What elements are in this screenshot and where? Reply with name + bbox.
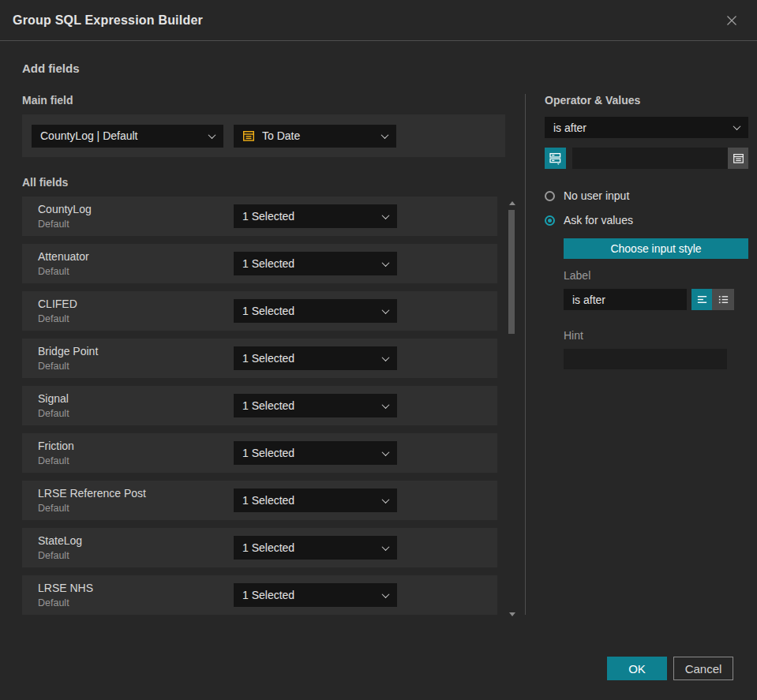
ask-for-values-option[interactable]: Ask for values (545, 214, 748, 226)
field-row-text: Bridge Point Default (38, 345, 98, 372)
field-row[interactable]: Friction Default 1 Selected (22, 433, 497, 473)
field-selection-select[interactable]: 1 Selected (234, 252, 397, 275)
operator-values-panel: Operator & Values is after (525, 94, 748, 615)
operator-values-heading: Operator & Values (545, 94, 748, 107)
single-value-style-button[interactable] (691, 289, 712, 310)
value-input-row (545, 148, 748, 169)
ask-for-values-details: Choose input style Label (564, 238, 748, 369)
field-row[interactable]: Bridge Point Default 1 Selected (22, 339, 497, 378)
date-picker-button[interactable] (728, 148, 748, 169)
field-subtitle: Default (38, 408, 69, 419)
operator-select[interactable]: is after (545, 117, 748, 138)
hint-heading: Hint (564, 329, 748, 342)
stacked-values-button[interactable] (545, 148, 566, 169)
chevron-down-icon (382, 496, 390, 503)
field-row[interactable]: LRSE NHS Default 1 Selected (22, 575, 497, 615)
field-selection-select[interactable]: 1 Selected (234, 299, 397, 323)
dialog-title: Group SQL Expression Builder (13, 13, 203, 28)
close-button[interactable] (722, 11, 741, 30)
field-selection-select[interactable]: 1 Selected (234, 583, 397, 607)
value-input[interactable] (572, 148, 728, 169)
field-row[interactable]: Attenuator Default 1 Selected (22, 244, 497, 283)
main-field-heading: Main field (22, 94, 525, 107)
chevron-down-icon (381, 131, 389, 139)
chevron-down-icon (733, 122, 741, 130)
dialog-body: Add fields Main field CountyLog | Defaul… (0, 41, 757, 615)
align-left-icon (696, 294, 708, 305)
chevron-down-icon (382, 354, 390, 361)
field-row-text: CLIFED Default (38, 298, 77, 324)
field-selection-select[interactable]: 1 Selected (234, 441, 397, 465)
radio-selected-icon[interactable] (545, 215, 555, 226)
field-row-text: Signal Default (38, 392, 69, 419)
operator-select-value: is after (553, 122, 728, 134)
field-selection-select[interactable]: 1 Selected (234, 394, 397, 417)
field-row[interactable]: StateLog Default 1 Selected (22, 528, 497, 567)
field-name: Attenuator (38, 250, 89, 263)
choose-input-style-button[interactable]: Choose input style (564, 238, 748, 259)
field-subtitle: Default (38, 597, 93, 608)
stacked-values-icon (549, 152, 562, 165)
calendar-icon (733, 152, 744, 164)
field-selection-select[interactable]: 1 Selected (234, 346, 397, 370)
chevron-down-icon (208, 131, 216, 139)
field-subtitle: Default (38, 313, 77, 324)
no-user-input-option[interactable]: No user input (545, 189, 748, 202)
chevron-down-icon (382, 448, 390, 456)
fields-column: Main field CountyLog | Default (22, 94, 525, 615)
field-name: Signal (38, 392, 69, 405)
chevron-down-icon (382, 259, 390, 267)
chevron-down-icon (382, 306, 390, 314)
field-row[interactable]: CLIFED Default 1 Selected (22, 291, 497, 331)
scrollbar-up-arrow-icon[interactable] (509, 201, 515, 205)
calendar-icon (242, 129, 255, 142)
field-selection-select[interactable]: 1 Selected (234, 536, 397, 560)
field-selection-value: 1 Selected (242, 210, 377, 223)
field-row-text: LRSE NHS Default (38, 582, 93, 608)
label-heading: Label (564, 269, 748, 282)
field-name: LRSE Reference Post (38, 487, 146, 500)
main-date-select[interactable]: To Date (234, 125, 396, 148)
cancel-button[interactable]: Cancel (673, 657, 733, 680)
chevron-down-icon (382, 590, 390, 598)
field-row[interactable]: Signal Default 1 Selected (22, 386, 497, 425)
field-subtitle: Default (38, 550, 82, 561)
main-field-select-value: CountyLog | Default (40, 129, 203, 142)
field-selection-value: 1 Selected (242, 352, 377, 365)
field-row[interactable]: LRSE Reference Post Default 1 Selected (22, 481, 497, 520)
list-scrollbar[interactable] (506, 200, 519, 618)
all-fields-list: CountyLog Default 1 Selected Attenuator … (22, 197, 525, 615)
label-input[interactable] (564, 289, 687, 310)
field-name: LRSE NHS (38, 582, 93, 594)
chevron-down-icon (382, 401, 390, 409)
all-fields-heading: All fields (22, 176, 525, 189)
field-subtitle: Default (38, 219, 92, 230)
main-field-select[interactable]: CountyLog | Default (32, 125, 223, 148)
scrollbar-thumb[interactable] (508, 210, 515, 334)
field-row-text: LRSE Reference Post Default (38, 487, 146, 514)
add-fields-heading: Add fields (22, 62, 734, 75)
multiple-values-style-button[interactable] (712, 289, 734, 310)
scrollbar-down-arrow-icon[interactable] (509, 612, 515, 616)
field-selection-value: 1 Selected (242, 589, 377, 601)
hint-input[interactable] (564, 349, 727, 369)
field-row[interactable]: CountyLog Default 1 Selected (22, 197, 497, 236)
field-subtitle: Default (38, 266, 89, 277)
field-selection-value: 1 Selected (242, 399, 377, 412)
field-row-text: Friction Default (38, 440, 74, 466)
close-icon (724, 13, 740, 28)
field-selection-select[interactable]: 1 Selected (234, 489, 397, 512)
ok-button[interactable]: OK (607, 657, 667, 680)
label-input-row (564, 289, 748, 310)
chevron-down-icon (382, 211, 390, 219)
field-name: Bridge Point (38, 345, 98, 357)
field-name: Friction (38, 440, 74, 452)
field-selection-value: 1 Selected (242, 541, 377, 554)
radio-unselected-icon[interactable] (545, 191, 555, 201)
field-selection-select[interactable]: 1 Selected (234, 204, 397, 228)
field-name: CLIFED (38, 298, 77, 310)
chevron-down-icon (382, 543, 390, 551)
ask-for-values-label: Ask for values (564, 214, 633, 226)
field-selection-value: 1 Selected (242, 257, 377, 270)
main-field-panel: CountyLog | Default To Date (22, 114, 505, 157)
